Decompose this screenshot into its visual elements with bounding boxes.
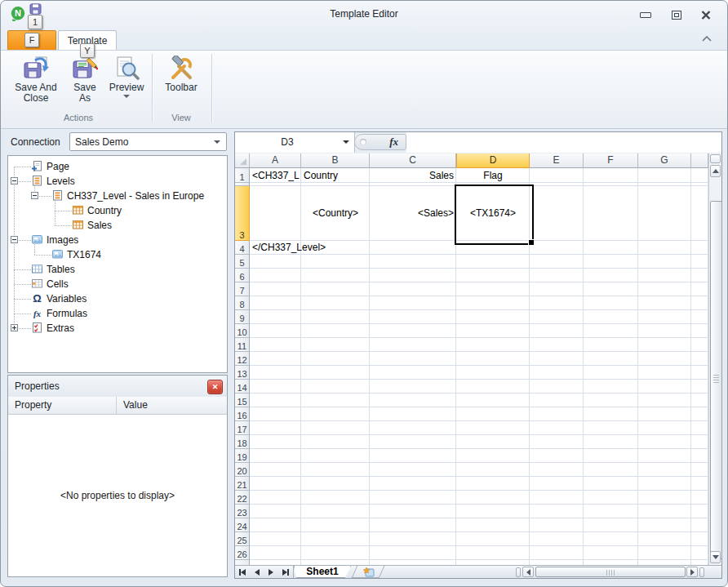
cell-G5[interactable]	[638, 255, 691, 269]
row-header-7[interactable]: 7	[235, 282, 250, 296]
expand-icon[interactable]	[11, 324, 18, 331]
insert-function-button[interactable]: fx	[354, 134, 406, 150]
cell-F9[interactable]	[584, 310, 638, 324]
cell-D16[interactable]	[456, 407, 530, 421]
horizontal-split-handle[interactable]	[516, 567, 521, 577]
column-header-G[interactable]: G	[638, 153, 691, 168]
cell-G12[interactable]	[638, 352, 691, 366]
cell-B10[interactable]	[301, 324, 370, 338]
cell-E10[interactable]	[530, 324, 584, 338]
cell-E1[interactable]	[530, 168, 584, 183]
row-header-6[interactable]: 6	[235, 269, 250, 282]
cell-C25[interactable]	[370, 532, 456, 546]
cell-E15[interactable]	[530, 394, 584, 407]
cell-C14[interactable]	[370, 380, 456, 394]
cell-F7[interactable]	[584, 282, 638, 296]
cell-A24[interactable]	[250, 518, 301, 532]
cell-G10[interactable]	[638, 324, 691, 338]
cell-A26[interactable]	[250, 546, 301, 560]
cell-D12[interactable]	[456, 352, 530, 366]
cell-C7[interactable]	[370, 282, 456, 296]
cell-text-B1[interactable]: Country	[301, 168, 370, 183]
cell-H20[interactable]	[691, 463, 708, 477]
cell-H13[interactable]	[691, 366, 708, 380]
cell-G26[interactable]	[638, 546, 691, 560]
tree-item-tx1674[interactable]: TX1674	[8, 247, 227, 262]
cell-E6[interactable]	[530, 269, 584, 282]
cell-D13[interactable]	[456, 366, 530, 380]
scroll-up-button[interactable]	[710, 165, 721, 177]
row-header-4[interactable]: 4	[235, 241, 250, 255]
cell-D10[interactable]	[456, 324, 530, 338]
cell-text-A4[interactable]: </CH337_Level>	[250, 241, 370, 255]
cell-E20[interactable]	[530, 463, 584, 477]
row-header-11[interactable]: 11	[235, 338, 250, 352]
cell-C10[interactable]	[370, 324, 456, 338]
cell-A13[interactable]	[250, 366, 301, 380]
vertical-split-handle[interactable]	[710, 154, 721, 163]
cell-G20[interactable]	[638, 463, 691, 477]
cell-text-C1[interactable]: Sales	[370, 168, 456, 183]
cell-D25[interactable]	[456, 532, 530, 546]
toolbar-button[interactable]: Toolbar	[158, 54, 205, 93]
scroll-down-button[interactable]	[710, 551, 721, 563]
cell-C13[interactable]	[370, 366, 456, 380]
row-header-5[interactable]: 5	[235, 255, 250, 269]
save-as-button[interactable]: Save As	[66, 54, 104, 104]
cell-F22[interactable]	[584, 491, 638, 505]
connection-select[interactable]: Sales Demo	[69, 132, 227, 151]
cell-F5[interactable]	[584, 255, 638, 269]
cell-G21[interactable]	[638, 477, 691, 491]
cell-C20[interactable]	[370, 463, 456, 477]
insert-worksheet-button[interactable]	[352, 566, 385, 578]
cell-G15[interactable]	[638, 394, 691, 407]
tree-item-variables[interactable]: ΩVariables	[8, 291, 227, 306]
column-header-F[interactable]: F	[584, 153, 638, 168]
cell-A5[interactable]	[250, 255, 301, 269]
next-sheet-button[interactable]	[264, 566, 279, 578]
cell-E7[interactable]	[530, 282, 584, 296]
cell-D5[interactable]	[456, 255, 530, 269]
cell-A16[interactable]	[250, 407, 301, 421]
cell-E11[interactable]	[530, 338, 584, 352]
tree-item-tables[interactable]: Tables	[8, 262, 227, 277]
cell-D23[interactable]	[456, 505, 530, 518]
cell-G3[interactable]	[638, 186, 691, 241]
cell-F8[interactable]	[584, 296, 638, 310]
cell-F1[interactable]	[584, 168, 638, 183]
cell-H5[interactable]	[691, 255, 708, 269]
cell-C26[interactable]	[370, 546, 456, 560]
cell-E17[interactable]	[530, 421, 584, 435]
cell-A21[interactable]	[250, 477, 301, 491]
cell-E9[interactable]	[530, 310, 584, 324]
cell-B14[interactable]	[301, 380, 370, 394]
cell-F3[interactable]	[584, 186, 638, 241]
cell-C9[interactable]	[370, 310, 456, 324]
cell-H21[interactable]	[691, 477, 708, 491]
cell-B12[interactable]	[301, 352, 370, 366]
column-header-A[interactable]: A	[250, 153, 301, 168]
horizontal-split-handle[interactable]	[699, 567, 704, 577]
cell-H8[interactable]	[691, 296, 708, 310]
tree-item-ch337-level-sales-in-europe[interactable]: CH337_Level - Sales in Europe	[8, 189, 227, 203]
tree-item-images[interactable]: Images	[8, 233, 227, 247]
row-header-19[interactable]: 19	[235, 449, 250, 463]
cell-E16[interactable]	[530, 407, 584, 421]
cell-G1[interactable]	[638, 168, 691, 183]
cell-B7[interactable]	[301, 282, 370, 296]
cell-D7[interactable]	[456, 282, 530, 296]
cell-E5[interactable]	[530, 255, 584, 269]
horizontal-scroll-thumb[interactable]	[535, 567, 686, 577]
window-close-button[interactable]	[695, 8, 717, 21]
cell-G8[interactable]	[638, 296, 691, 310]
row-header-26[interactable]: 26	[235, 546, 250, 560]
cell-G11[interactable]	[638, 338, 691, 352]
cell-B5[interactable]	[301, 255, 370, 269]
cell-B25[interactable]	[301, 532, 370, 546]
row-header-15[interactable]: 15	[235, 394, 250, 407]
cell-H7[interactable]	[691, 282, 708, 296]
cell-text-B3[interactable]: <Country>	[301, 186, 370, 241]
cell-D8[interactable]	[456, 296, 530, 310]
cell-E19[interactable]	[530, 449, 584, 463]
cell-G19[interactable]	[638, 449, 691, 463]
